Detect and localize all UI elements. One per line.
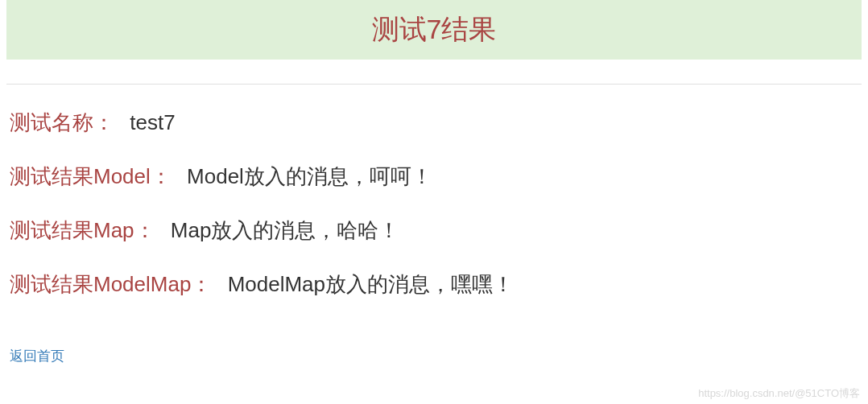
page-title: 测试7结果 [6, 11, 862, 48]
test-result-map-row: 测试结果Map： Map放入的消息，哈哈！ [10, 215, 858, 246]
test-result-map-value: Map放入的消息，哈哈！ [171, 218, 400, 242]
divider [6, 84, 862, 85]
test-name-label: 测试名称： [10, 110, 114, 134]
content-area: 测试名称： test7 测试结果Model： Model放入的消息，呵呵！ 测试… [0, 107, 868, 365]
test-result-modelmap-row: 测试结果ModelMap： ModelMap放入的消息，嘿嘿！ [10, 269, 858, 300]
test-result-model-value: Model放入的消息，呵呵！ [187, 164, 432, 188]
page-header: 测试7结果 [6, 0, 862, 60]
test-result-model-row: 测试结果Model： Model放入的消息，呵呵！ [10, 161, 858, 192]
test-result-modelmap-value: ModelMap放入的消息，嘿嘿！ [228, 272, 514, 296]
back-home-link[interactable]: 返回首页 [10, 347, 64, 365]
test-result-modelmap-label: 测试结果ModelMap： [10, 272, 212, 296]
watermark-text: https://blog.csdn.net/@51CTO博客 [698, 386, 860, 401]
test-result-map-label: 测试结果Map： [10, 218, 155, 242]
test-result-model-label: 测试结果Model： [10, 164, 172, 188]
test-name-row: 测试名称： test7 [10, 107, 858, 138]
test-name-value: test7 [130, 110, 175, 134]
